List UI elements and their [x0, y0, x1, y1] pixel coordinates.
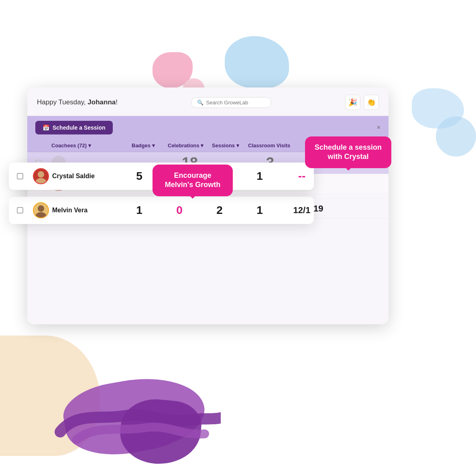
col-badges[interactable]: Badges ▾ [132, 142, 168, 148]
cell-last-melvin: 12/1 [282, 205, 322, 216]
cell-celebrations-melvin: 0 [157, 204, 201, 217]
search-input[interactable] [206, 100, 265, 106]
greeting-text: Happy Tuesday, Johanna! [37, 98, 118, 106]
calendar-icon: 📅 [43, 124, 49, 131]
cell-classroom-melvin: 1 [238, 204, 282, 217]
row-checkbox[interactable] [17, 207, 23, 214]
greeting-name: Johanna [87, 98, 116, 106]
col-sessions-label: Sessions ▾ [212, 142, 239, 148]
header-icons: 🎉 👏 [345, 95, 379, 110]
coachee-cell-melvin: Melvin Vera [33, 202, 121, 218]
col-celebrations[interactable]: Celebrations ▾ [168, 142, 212, 148]
col-classroom[interactable]: Classroom Visits [248, 142, 292, 148]
clap-icon-btn[interactable]: 👏 [364, 95, 379, 110]
tooltip-encourage: Encourage Melvin's Growth [153, 165, 233, 196]
cell-last-crystal: -- [282, 170, 322, 183]
schedule-btn-label: Schedule a Session [53, 124, 106, 131]
col-badges-label: Badges ▾ [132, 142, 155, 148]
cell-badges-melvin: 1 [121, 204, 157, 217]
greeting-prefix: Happy Tuesday, [37, 98, 87, 106]
cell-badges-crystal: 5 [121, 170, 157, 183]
search-icon: 🔍 [197, 100, 203, 106]
coachee-cell-crystal: Crystal Saldie [33, 168, 121, 184]
toolbar: 📅 Schedule a Session × [27, 116, 389, 139]
tooltip-encourage-text: Encourage Melvin's Growth [165, 171, 220, 189]
greeting: Happy Tuesday, Johanna! [37, 98, 118, 106]
cell-classroom-crystal: 1 [238, 170, 282, 183]
row-check-cell [17, 173, 33, 179]
avatar-melvin [33, 202, 49, 218]
svg-point-2 [38, 171, 44, 177]
coachee-name-melvin: Melvin Vera [52, 207, 87, 214]
app-header: Happy Tuesday, Johanna! 🔍 🎉 👏 [27, 87, 389, 116]
close-button[interactable]: × [377, 124, 380, 131]
col-sessions[interactable]: Sessions ▾ [212, 142, 248, 148]
row-checkbox[interactable] [17, 173, 23, 179]
tooltip-schedule-text: Schedule a session with Crystal [315, 143, 382, 161]
schedule-session-button[interactable]: 📅 Schedule a Session [35, 121, 113, 134]
avatar-svg [34, 168, 48, 184]
cell-sessions-melvin: 2 [201, 204, 238, 217]
svg-point-5 [36, 212, 47, 219]
coachee-name-crystal: Crystal Saldie [52, 173, 95, 180]
blob-blue-top [225, 36, 289, 88]
svg-point-3 [36, 178, 47, 185]
party-icon: 🎉 [348, 98, 357, 107]
clap-icon: 👏 [367, 98, 376, 107]
greeting-suffix: ! [116, 98, 118, 106]
search-bar[interactable]: 🔍 [191, 97, 271, 108]
avatar-svg [34, 202, 48, 218]
expanded-card-melvin: Melvin Vera 1 0 2 1 12/1 [9, 197, 314, 224]
col-celebrations-label: Celebrations ▾ [168, 142, 203, 148]
col-coachees-label: Coachees (72) ▾ [51, 142, 91, 148]
blob-blue-right2 [436, 116, 476, 157]
col-coachees[interactable]: Coachees (72) ▾ [51, 142, 132, 148]
scene: Happy Tuesday, Johanna! 🔍 🎉 👏 📅 Schedule [0, 0, 476, 476]
col-classroom-label: Classroom Visits [248, 142, 290, 148]
row-check-cell [17, 207, 33, 214]
svg-point-4 [38, 205, 44, 212]
avatar-crystal [33, 168, 49, 184]
party-icon-btn[interactable]: 🎉 [345, 95, 360, 110]
tooltip-schedule[interactable]: Schedule a session with Crystal [305, 136, 391, 168]
